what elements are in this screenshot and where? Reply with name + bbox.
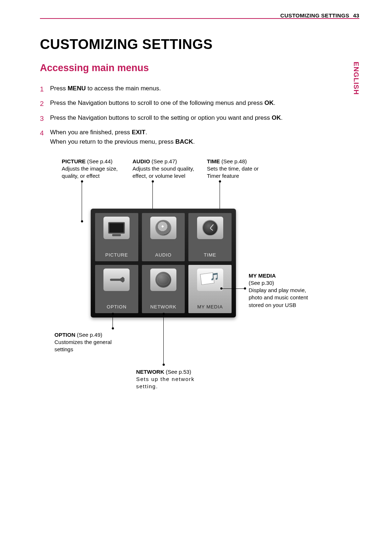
tv-panel: PICTURE AUDIO TIME OPTION NETWORK bbox=[91, 209, 236, 318]
menu-cell-mymedia: MY MEDIA bbox=[188, 265, 232, 313]
page-title: CUSTOMIZING SETTINGS bbox=[40, 37, 359, 52]
monitor-icon bbox=[103, 217, 130, 239]
callout-audio: AUDIO (See p.47) Adjusts the sound quali… bbox=[132, 158, 201, 180]
running-head-page: 43 bbox=[353, 12, 359, 19]
menu-cell-time: TIME bbox=[188, 213, 232, 261]
globe-icon bbox=[150, 269, 176, 291]
step-2: Press the Navigation buttons to scroll t… bbox=[40, 98, 359, 108]
callout-mymedia: MY MEDIA (See p.30) Display and play mov… bbox=[249, 272, 312, 309]
media-icon bbox=[197, 269, 223, 291]
leader-mymedia bbox=[221, 288, 245, 289]
section-title: Accessing main menus bbox=[40, 62, 359, 74]
callout-network: NETWORK (See p.53) Sets up the network s… bbox=[136, 368, 209, 390]
callout-picture: PICTURE (See p.44) Adjusts the image siz… bbox=[62, 158, 127, 180]
leader-picture bbox=[82, 181, 82, 221]
step-4: When you are finished, press EXIT. When … bbox=[40, 128, 359, 147]
step-1: Press MENU to access the main menus. bbox=[40, 84, 359, 93]
menu-cell-picture: PICTURE bbox=[95, 213, 138, 261]
menu-cell-audio: AUDIO bbox=[142, 213, 185, 261]
step-3: Press the Navigation buttons to scroll t… bbox=[40, 113, 359, 123]
callout-time: TIME (See p.48) Sets the time, date or T… bbox=[207, 158, 269, 180]
leader-option bbox=[113, 314, 113, 328]
speaker-icon bbox=[150, 217, 176, 239]
menu-diagram: PICTURE (See p.44) Adjusts the image siz… bbox=[54, 180, 323, 426]
wrench-icon bbox=[103, 269, 130, 291]
callout-option: OPTION (See p.49) Customizes the general… bbox=[54, 331, 127, 353]
running-head-label: CUSTOMIZING SETTINGS bbox=[280, 12, 349, 19]
running-head: CUSTOMIZING SETTINGS 43 bbox=[40, 12, 359, 19]
leader-network bbox=[163, 314, 164, 365]
menu-cell-option: OPTION bbox=[95, 265, 138, 313]
clock-icon bbox=[197, 217, 223, 239]
menu-cell-network: NETWORK bbox=[142, 265, 185, 313]
steps-list: Press MENU to access the main menus. Pre… bbox=[40, 84, 359, 147]
